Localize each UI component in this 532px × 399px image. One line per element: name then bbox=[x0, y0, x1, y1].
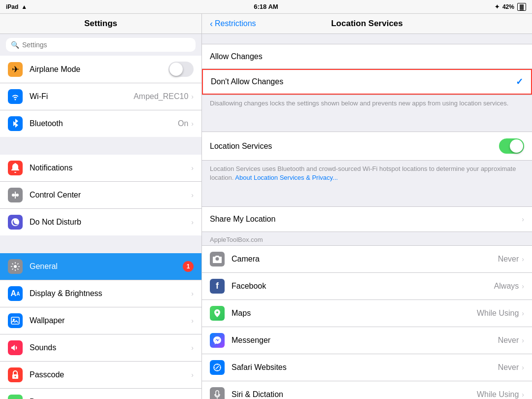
do-not-disturb-label: Do Not Disturb bbox=[30, 218, 191, 227]
allow-changes-row[interactable]: Allow Changes bbox=[202, 44, 532, 69]
app-row-messenger[interactable]: Messenger Never › bbox=[202, 327, 532, 354]
display-icon: A A bbox=[8, 286, 23, 301]
section-gap-2 bbox=[202, 189, 532, 206]
safari-value: Never bbox=[498, 363, 519, 372]
connectivity-group: ✈ Airplane Mode Wi-Fi Amped_REC10 › bbox=[0, 56, 201, 137]
settings-sidebar: Settings 🔍 ✈ Airplane Mode bbox=[0, 14, 202, 399]
camera-chevron: › bbox=[522, 255, 524, 263]
changes-description: Disallowing changes locks the settings s… bbox=[202, 95, 532, 114]
control-center-label: Control Center bbox=[30, 191, 191, 200]
wifi-icon bbox=[8, 89, 23, 104]
apps-card: Camera Never › f Facebook Always › Maps bbox=[202, 245, 532, 399]
sounds-label: Sounds bbox=[30, 343, 191, 352]
separator-2 bbox=[0, 235, 201, 253]
siri-chevron: › bbox=[522, 391, 524, 399]
safari-label: Safari Websites bbox=[232, 363, 498, 372]
wifi-label: Wi-Fi bbox=[30, 92, 133, 101]
wallpaper-chevron: › bbox=[191, 317, 194, 325]
status-bar: iPad ▲ 6:18 AM ✦ 42% ▓ bbox=[0, 0, 532, 14]
bluetooth-chevron: › bbox=[191, 120, 194, 128]
dont-allow-changes-row[interactable]: Don't Allow Changes ✓ bbox=[202, 69, 532, 95]
app-row-facebook[interactable]: f Facebook Always › bbox=[202, 273, 532, 300]
wifi-icon: ▲ bbox=[21, 3, 27, 10]
airplane-label: Airplane Mode bbox=[30, 65, 168, 74]
sidebar-item-wallpaper[interactable]: Wallpaper › bbox=[0, 307, 201, 334]
sidebar-item-battery[interactable]: Battery › bbox=[0, 389, 201, 399]
search-input-wrap[interactable]: 🔍 bbox=[6, 38, 196, 52]
back-button[interactable]: ‹ Restrictions bbox=[210, 19, 256, 29]
app-row-siri[interactable]: Siri & Dictation While Using › bbox=[202, 381, 532, 399]
display-chevron: › bbox=[191, 290, 194, 298]
ipad-label: iPad bbox=[6, 3, 18, 10]
sounds-icon bbox=[8, 340, 23, 355]
changes-options-card: Allow Changes Don't Allow Changes ✓ bbox=[202, 44, 532, 95]
dont-allow-label: Don't Allow Changes bbox=[211, 77, 516, 86]
status-right: ✦ 42% ▓ bbox=[495, 3, 526, 11]
svg-point-1 bbox=[16, 194, 19, 197]
back-chevron-icon: ‹ bbox=[210, 19, 213, 29]
do-not-disturb-chevron: › bbox=[191, 218, 194, 226]
general-label: General bbox=[30, 262, 183, 271]
sidebar-item-control-center[interactable]: Control Center › bbox=[0, 182, 201, 209]
sidebar-item-passcode[interactable]: Passcode › bbox=[0, 362, 201, 389]
settings-title: Settings bbox=[8, 19, 194, 29]
camera-app-icon bbox=[210, 252, 225, 266]
facebook-label: Facebook bbox=[232, 282, 494, 291]
share-my-location-row[interactable]: Share My Location › bbox=[202, 207, 532, 232]
svg-point-0 bbox=[12, 194, 15, 197]
battery-label: 42% bbox=[502, 3, 514, 10]
sidebar-item-notifications[interactable]: Notifications › bbox=[0, 155, 201, 182]
status-time: 6:18 AM bbox=[254, 3, 278, 10]
location-services-row[interactable]: Location Services bbox=[202, 132, 532, 160]
status-left: iPad ▲ bbox=[6, 3, 27, 10]
bluetooth-icon: ✦ bbox=[495, 3, 499, 10]
wifi-chevron: › bbox=[191, 93, 194, 100]
siri-app-icon bbox=[210, 387, 225, 399]
passcode-chevron: › bbox=[191, 371, 194, 379]
svg-point-3 bbox=[14, 265, 17, 268]
search-input[interactable] bbox=[22, 41, 191, 49]
location-services-card: Location Services bbox=[202, 132, 532, 161]
siri-label: Siri & Dictation bbox=[232, 390, 477, 399]
location-services-link[interactable]: About Location Services & Privacy... bbox=[235, 174, 338, 181]
location-services-toggle[interactable] bbox=[499, 138, 524, 154]
sidebar-item-general[interactable]: General 1 bbox=[0, 253, 201, 280]
top-gap bbox=[202, 34, 532, 44]
svg-point-7 bbox=[15, 376, 16, 377]
sidebar-item-sounds[interactable]: Sounds › bbox=[0, 334, 201, 362]
share-my-location-label: Share My Location bbox=[210, 215, 522, 224]
app-row-camera[interactable]: Camera Never › bbox=[202, 246, 532, 273]
wallpaper-label: Wallpaper bbox=[30, 316, 191, 325]
system-group: Notifications › Control Center › Do Not … bbox=[0, 155, 201, 235]
separator-1 bbox=[0, 137, 201, 155]
app-row-maps[interactable]: Maps While Using › bbox=[202, 300, 532, 327]
maps-label: Maps bbox=[232, 309, 477, 318]
camera-label: Camera bbox=[232, 255, 498, 264]
svg-rect-4 bbox=[11, 317, 19, 324]
toggle-knob bbox=[510, 139, 523, 153]
messenger-label: Messenger bbox=[232, 336, 498, 345]
sidebar-item-bluetooth[interactable]: Bluetooth On › bbox=[0, 110, 201, 137]
sidebar-item-airplane[interactable]: ✈ Airplane Mode bbox=[0, 56, 201, 83]
settings-header: Settings bbox=[0, 14, 201, 34]
sidebar-item-display[interactable]: A A Display & Brightness › bbox=[0, 280, 201, 307]
messenger-chevron: › bbox=[522, 336, 524, 344]
safari-app-icon bbox=[210, 360, 225, 375]
airplane-toggle[interactable] bbox=[168, 62, 194, 77]
passcode-label: Passcode bbox=[30, 370, 191, 379]
display-label: Display & Brightness bbox=[30, 289, 191, 298]
battery-icon: ▓ bbox=[517, 3, 526, 11]
facebook-value: Always bbox=[494, 282, 519, 291]
checkmark-icon: ✓ bbox=[516, 76, 523, 87]
sidebar-item-wifi[interactable]: Wi-Fi Amped_REC10 › bbox=[0, 83, 201, 110]
safari-chevron: › bbox=[522, 364, 524, 371]
sidebar-item-do-not-disturb[interactable]: Do Not Disturb › bbox=[0, 209, 201, 235]
location-services-description: Location Services uses Bluetooth and cro… bbox=[202, 161, 532, 188]
search-icon: 🔍 bbox=[11, 41, 19, 49]
allow-changes-label: Allow Changes bbox=[210, 52, 524, 61]
bluetooth-value: On bbox=[178, 119, 188, 128]
wallpaper-icon bbox=[8, 313, 23, 328]
messenger-value: Never bbox=[498, 336, 519, 345]
passcode-icon bbox=[8, 367, 23, 382]
app-row-safari[interactable]: Safari Websites Never › bbox=[202, 354, 532, 381]
